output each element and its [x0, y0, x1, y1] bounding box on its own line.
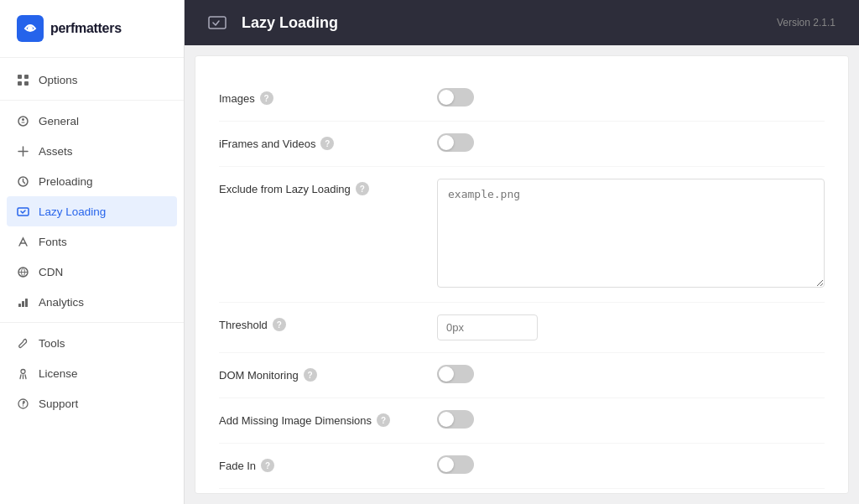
field-label-area-images: Images ? — [219, 88, 437, 105]
sidebar-item-support[interactable]: Support — [0, 388, 184, 418]
help-icon-images[interactable]: ? — [260, 91, 273, 105]
help-icon-fade-in[interactable]: ? — [261, 459, 274, 472]
svg-point-6 — [18, 117, 28, 126]
sidebar-item-preloading[interactable]: Preloading — [0, 166, 184, 196]
sidebar-item-lazy-loading[interactable]: Lazy Loading — [7, 196, 177, 226]
cdn-icon — [15, 264, 30, 279]
sidebar-item-tools[interactable]: Tools — [0, 328, 184, 358]
threshold-input[interactable] — [437, 314, 538, 340]
sidebar-item-support-label: Support — [39, 397, 78, 410]
svg-rect-12 — [18, 304, 21, 307]
help-icon-iframes[interactable]: ? — [320, 137, 334, 150]
help-icon-exclude[interactable]: ? — [356, 182, 369, 195]
toggle-fade-in[interactable] — [437, 455, 474, 474]
sidebar-item-cdn[interactable]: CDN — [0, 257, 184, 287]
exclude-textarea[interactable] — [437, 179, 825, 288]
svg-point-1 — [28, 26, 33, 31]
svg-point-7 — [22, 118, 24, 121]
sidebar-item-fonts-label: Fonts — [39, 236, 67, 248]
field-row-dom-monitoring: DOM Monitoring ? — [219, 353, 825, 398]
field-control-exclude — [437, 179, 825, 290]
svg-point-17 — [22, 405, 23, 406]
field-label-exclude: Exclude from Lazy Loading — [219, 183, 351, 195]
field-label-threshold: Threshold — [219, 319, 268, 331]
field-row-iframes: iFrames and Videos ? — [219, 122, 825, 167]
field-control-threshold — [437, 314, 825, 340]
help-icon-threshold[interactable]: ? — [273, 318, 286, 331]
svg-rect-13 — [22, 301, 24, 307]
svg-rect-8 — [21, 122, 24, 122]
toggle-track-missing-dims[interactable] — [437, 410, 474, 429]
field-label-dom-monitoring: DOM Monitoring — [219, 369, 299, 382]
toggle-missing-dims[interactable] — [437, 410, 474, 429]
license-icon — [15, 366, 30, 381]
toggle-track-iframes[interactable] — [437, 133, 474, 152]
support-icon — [15, 396, 30, 411]
field-row-images: Images ? — [219, 76, 825, 122]
field-label-missing-dims: Add Missing Image Dimensions — [219, 414, 372, 427]
content-panel: Images ? iFrames and Videos ? — [195, 55, 849, 494]
header-title-area: Lazy Loading — [208, 13, 338, 32]
sidebar-item-options[interactable]: Options — [0, 65, 184, 95]
svg-rect-5 — [24, 81, 29, 86]
field-label-area-iframes: iFrames and Videos ? — [219, 133, 437, 150]
field-row-fade-in: Fade In ? — [219, 444, 825, 489]
logo-icon — [17, 15, 44, 42]
sidebar-item-assets-label: Assets — [39, 145, 73, 158]
field-label-fade-in: Fade In — [219, 460, 256, 472]
svg-rect-14 — [25, 299, 28, 307]
options-icon — [15, 72, 30, 87]
sidebar-item-preloading-label: Preloading — [39, 175, 93, 188]
sidebar-item-cdn-label: CDN — [39, 266, 63, 278]
svg-rect-2 — [18, 75, 22, 79]
toggle-iframes[interactable] — [437, 133, 474, 152]
field-label-iframes: iFrames and Videos — [219, 138, 315, 150]
field-control-dom-monitoring — [437, 365, 825, 386]
field-row-missing-dims: Add Missing Image Dimensions ? — [219, 398, 825, 444]
lazy-loading-header-icon — [208, 13, 233, 32]
field-label-area-dom-monitoring: DOM Monitoring ? — [219, 365, 437, 382]
tools-icon — [15, 335, 30, 351]
toggle-track-fade-in[interactable] — [437, 455, 474, 474]
field-row-exclude: Exclude from Lazy Loading ? — [219, 167, 825, 303]
page-title: Lazy Loading — [242, 14, 338, 32]
field-label-area-exclude: Exclude from Lazy Loading ? — [219, 179, 437, 195]
toggle-images[interactable] — [437, 88, 474, 107]
fonts-icon — [15, 234, 30, 249]
svg-rect-3 — [24, 75, 29, 79]
logo-area: perfmatters — [0, 0, 184, 58]
sidebar-item-tools-label: Tools — [39, 337, 65, 350]
field-row-threshold: Threshold ? — [219, 303, 825, 353]
field-row-css-bg: CSS Background Images ? — [219, 489, 825, 494]
sidebar-item-general-label: General — [39, 115, 79, 127]
sidebar-item-fonts[interactable]: Fonts — [0, 226, 184, 257]
page-header: Lazy Loading Version 2.1.1 — [185, 0, 859, 45]
sidebar: perfmatters Options General Assets — [0, 0, 185, 504]
toggle-track-images[interactable] — [437, 88, 474, 107]
nav-divider-1 — [0, 100, 184, 101]
analytics-icon — [15, 294, 30, 309]
general-icon — [15, 113, 30, 128]
sidebar-item-analytics-label: Analytics — [39, 296, 84, 309]
preloading-icon — [15, 174, 30, 189]
toggle-dom-monitoring[interactable] — [437, 365, 474, 383]
sidebar-item-license[interactable]: License — [0, 358, 184, 388]
field-control-missing-dims — [437, 410, 825, 431]
main-content-area: Lazy Loading Version 2.1.1 Images ? iFra… — [185, 0, 859, 504]
svg-point-15 — [21, 369, 25, 373]
assets-icon — [15, 143, 30, 158]
help-icon-dom-monitoring[interactable]: ? — [304, 368, 317, 382]
sidebar-item-analytics[interactable]: Analytics — [0, 287, 184, 317]
field-control-iframes — [437, 133, 825, 154]
sidebar-item-lazy-loading-label: Lazy Loading — [39, 205, 106, 218]
sidebar-item-general[interactable]: General — [0, 106, 184, 136]
help-icon-missing-dims[interactable]: ? — [377, 413, 390, 427]
field-label-images: Images — [219, 92, 255, 105]
nav-section-main: Options General Assets Preloading — [0, 58, 184, 425]
toggle-track-dom-monitoring[interactable] — [437, 365, 474, 383]
svg-rect-4 — [18, 81, 22, 86]
field-label-area-missing-dims: Add Missing Image Dimensions ? — [219, 410, 437, 427]
sidebar-item-assets[interactable]: Assets — [0, 136, 184, 166]
field-control-fade-in — [437, 455, 825, 476]
field-label-area-threshold: Threshold ? — [219, 314, 437, 331]
